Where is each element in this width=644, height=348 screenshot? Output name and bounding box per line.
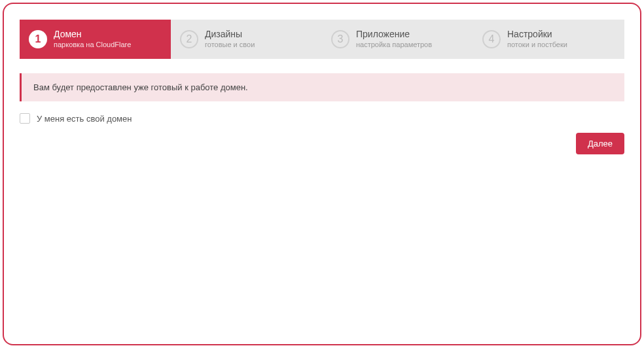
step-subtitle: настройка параметров bbox=[356, 41, 432, 50]
step-designs[interactable]: 2 Дизайны готовые и свои bbox=[171, 20, 322, 59]
step-title: Приложение bbox=[356, 29, 432, 41]
step-number-icon: 4 bbox=[482, 30, 501, 48]
own-domain-checkbox-row[interactable]: У меня есть свой домен bbox=[20, 113, 624, 124]
step-text: Домен парковка на CloudFlare bbox=[54, 29, 131, 49]
step-subtitle: потоки и постбеки bbox=[507, 41, 567, 50]
step-number-icon: 2 bbox=[180, 30, 198, 48]
step-subtitle: парковка на CloudFlare bbox=[54, 41, 131, 50]
wizard-frame: 1 Домен парковка на CloudFlare 2 Дизайны… bbox=[3, 3, 641, 345]
step-text: Приложение настройка параметров bbox=[356, 29, 432, 49]
steps-nav: 1 Домен парковка на CloudFlare 2 Дизайны… bbox=[20, 20, 624, 59]
step-subtitle: готовые и свои bbox=[205, 41, 255, 50]
step-title: Домен bbox=[54, 29, 131, 41]
actions-row: Далее bbox=[20, 133, 624, 154]
step-application[interactable]: 3 Приложение настройка параметров bbox=[322, 20, 473, 59]
step-title: Дизайны bbox=[205, 29, 255, 41]
step-text: Настройки потоки и постбеки bbox=[507, 29, 567, 49]
own-domain-checkbox[interactable] bbox=[20, 113, 30, 124]
step-text: Дизайны готовые и свои bbox=[205, 29, 255, 49]
info-text: Вам будет предоставлен уже готовый к раб… bbox=[33, 82, 248, 92]
step-settings[interactable]: 4 Настройки потоки и постбеки bbox=[473, 20, 624, 59]
step-domain[interactable]: 1 Домен парковка на CloudFlare bbox=[20, 20, 171, 59]
info-banner: Вам будет предоставлен уже готовый к раб… bbox=[20, 73, 624, 101]
next-button[interactable]: Далее bbox=[576, 133, 624, 154]
step-title: Настройки bbox=[507, 29, 567, 41]
step-number-icon: 1 bbox=[29, 30, 47, 48]
step-number-icon: 3 bbox=[331, 30, 349, 48]
own-domain-label: У меня есть свой домен bbox=[37, 114, 132, 124]
